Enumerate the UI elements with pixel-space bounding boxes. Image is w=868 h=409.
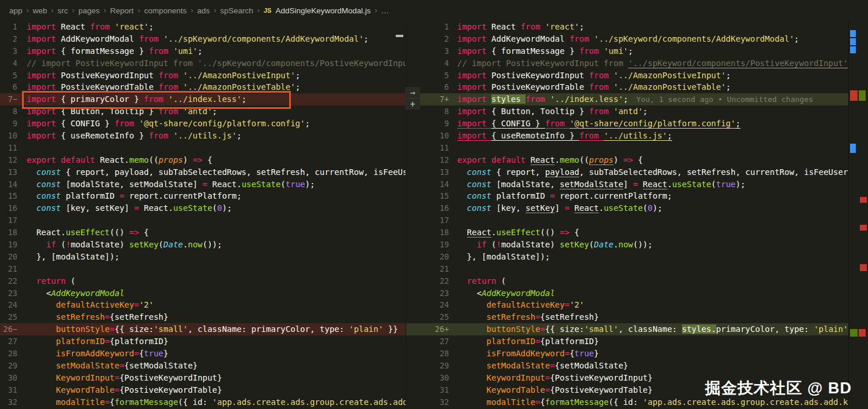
line-number[interactable]: 12 xyxy=(0,154,27,166)
breadcrumb-item[interactable]: spSearch xyxy=(220,6,253,15)
line-number[interactable]: 27 xyxy=(0,335,27,348)
line-number[interactable]: 19 xyxy=(406,239,457,251)
line-number[interactable]: 31 xyxy=(0,384,27,396)
code-line[interactable]: 30 KeywordInput={PostiveKeywordInput} xyxy=(0,372,406,384)
line-number[interactable]: 23 xyxy=(406,287,457,300)
line-number[interactable]: 14 xyxy=(0,178,27,191)
code-line[interactable]: 12export default React.memo((props) => { xyxy=(0,154,406,166)
line-number[interactable]: 30 xyxy=(406,372,457,384)
line-number[interactable]: 32 xyxy=(0,396,27,408)
line-number[interactable]: 32 xyxy=(406,396,457,408)
line-number[interactable]: 18 xyxy=(406,227,457,239)
code-line[interactable]: 12export default React.memo((props) => { xyxy=(406,154,848,166)
line-number[interactable]: 23 xyxy=(0,287,27,300)
code-line[interactable]: 25 setRefresh={setRefresh} xyxy=(406,311,848,323)
code-line[interactable]: 10import { useRemoteInfo } from '../util… xyxy=(0,130,406,142)
code-line[interactable]: 5import PostiveKeywordInput from '../Ama… xyxy=(0,70,406,82)
line-number[interactable]: 28 xyxy=(406,348,457,360)
code-line[interactable]: 11 xyxy=(406,142,848,154)
code-line[interactable]: 3import { formatMessage } from 'umi'; xyxy=(0,45,406,57)
code-line[interactable]: 18 React.useEffect(() => { xyxy=(406,227,848,239)
code-line[interactable]: 28 isFromAddKeyword={true} xyxy=(0,348,406,360)
line-number[interactable]: 17 xyxy=(406,214,457,227)
code-line[interactable]: 21 xyxy=(406,263,848,275)
line-number[interactable]: 10 xyxy=(0,130,27,142)
code-line[interactable]: 28 isFromAddKeyword={true} xyxy=(406,348,848,360)
code-line[interactable]: 14 const [modalState, setModalState] = R… xyxy=(406,178,848,191)
line-number[interactable]: 17 xyxy=(0,214,27,227)
line-number[interactable]: 8 xyxy=(0,105,27,118)
left-editor-pane[interactable]: 1import React from 'react';2import AddKe… xyxy=(0,21,406,409)
code-line[interactable]: 23 <AddKeywordModal xyxy=(0,287,406,300)
code-line[interactable]: 24 defaultActiveKey='2' xyxy=(406,299,848,311)
code-line[interactable]: 19 if (!modalState) setKey(Date.now()); xyxy=(0,239,406,251)
code-line[interactable]: 5import PostiveKeywordInput from '../Ama… xyxy=(406,70,848,82)
code-line[interactable]: 17 xyxy=(0,214,406,227)
line-number[interactable]: 19 xyxy=(0,239,27,251)
line-number[interactable]: 9 xyxy=(0,118,27,130)
code-line[interactable]: 15 const platformID = report.currentPlat… xyxy=(0,190,406,202)
line-number[interactable]: 1 xyxy=(406,21,457,33)
code-line[interactable]: 31 KeywordTable={PostiveKeywordTable} xyxy=(0,384,406,396)
line-number[interactable]: 29 xyxy=(0,360,27,372)
line-number[interactable]: 26− xyxy=(0,323,27,335)
code-line[interactable]: 9import { CONFIG } from '@qt-share/confi… xyxy=(406,118,848,130)
line-number[interactable]: 2 xyxy=(406,33,457,45)
code-line[interactable]: 27 platformID={platformID} xyxy=(0,335,406,348)
line-number[interactable]: 16 xyxy=(0,202,27,214)
line-number[interactable]: 12 xyxy=(406,154,457,166)
breadcrumb-item[interactable]: app xyxy=(9,6,23,15)
line-number[interactable]: 15 xyxy=(0,190,27,202)
line-number[interactable]: 27 xyxy=(406,335,457,348)
code-line[interactable]: 3import { formatMessage } from 'umi'; xyxy=(406,45,848,57)
line-number[interactable]: 31 xyxy=(406,384,457,396)
line-number[interactable]: 22 xyxy=(406,275,457,287)
line-number[interactable]: 26+ xyxy=(406,323,457,335)
breadcrumb-more[interactable]: … xyxy=(381,6,389,15)
code-line[interactable]: 26+ buttonStyle={{ size:'small', classNa… xyxy=(406,323,848,335)
line-number[interactable]: 14 xyxy=(406,178,457,191)
line-number[interactable]: 21 xyxy=(0,263,27,275)
line-number[interactable]: 4 xyxy=(0,57,27,70)
line-number[interactable]: 11 xyxy=(0,142,27,154)
line-number[interactable]: 3 xyxy=(406,45,457,57)
line-number[interactable]: 5 xyxy=(406,70,457,82)
code-line[interactable]: 4// import PostiveKeywordInput from '../… xyxy=(0,57,406,70)
code-line[interactable]: 1import React from 'react'; xyxy=(406,21,848,33)
line-number[interactable]: 10 xyxy=(406,130,457,142)
line-number[interactable]: 21 xyxy=(406,263,457,275)
code-line[interactable]: 17 xyxy=(406,214,848,227)
breadcrumb-item[interactable]: ads xyxy=(197,6,210,15)
code-line[interactable]: 19 if (!modalState) setKey(Date.now()); xyxy=(406,239,848,251)
code-line[interactable]: 27 platformID={platformID} xyxy=(406,335,848,348)
code-line[interactable]: 20 }, [modalState]); xyxy=(0,251,406,263)
code-line[interactable]: 21 xyxy=(0,263,406,275)
code-line[interactable]: 20 }, [modalState]); xyxy=(406,251,848,263)
line-number[interactable]: 13 xyxy=(0,166,27,178)
breadcrumb-item[interactable]: components xyxy=(144,6,187,15)
stage-change-plus-icon[interactable]: + xyxy=(405,98,420,109)
breadcrumb-item[interactable]: web xyxy=(33,6,48,15)
line-number[interactable]: 7− xyxy=(0,93,27,105)
code-line[interactable]: 7−import { primaryColor } from '../index… xyxy=(0,93,406,105)
line-number[interactable]: 22 xyxy=(0,275,27,287)
code-line[interactable]: 22 return ( xyxy=(406,275,848,287)
line-number[interactable]: 24 xyxy=(0,299,27,311)
line-number[interactable]: 5 xyxy=(0,70,27,82)
line-number[interactable]: 28 xyxy=(0,348,27,360)
line-number[interactable]: 11 xyxy=(406,142,457,154)
code-line[interactable]: 2import AddKeywordModal from '../spKeywo… xyxy=(0,33,406,45)
revert-change-arrow-icon[interactable]: → xyxy=(405,87,420,98)
code-line[interactable]: 14 const [modalState, setModalState] = R… xyxy=(0,178,406,191)
code-line[interactable]: 29 setModalState={setModalState} xyxy=(0,360,406,372)
code-line[interactable]: 7+import styles from '../index.less';You… xyxy=(406,93,848,105)
line-number[interactable]: 13 xyxy=(406,166,457,178)
code-line[interactable]: 24 defaultActiveKey='2' xyxy=(0,299,406,311)
line-number[interactable]: 3 xyxy=(0,45,27,57)
line-number[interactable]: 25 xyxy=(0,311,27,323)
line-number[interactable]: 6 xyxy=(0,81,27,93)
right-editor-pane[interactable]: 1import React from 'react';2import AddKe… xyxy=(406,21,848,409)
code-line[interactable]: 23 <AddKeywordModal xyxy=(406,287,848,300)
code-line[interactable]: 6import PostiveKeywordTable from '../Ama… xyxy=(0,81,406,93)
overview-ruler[interactable] xyxy=(848,21,868,409)
